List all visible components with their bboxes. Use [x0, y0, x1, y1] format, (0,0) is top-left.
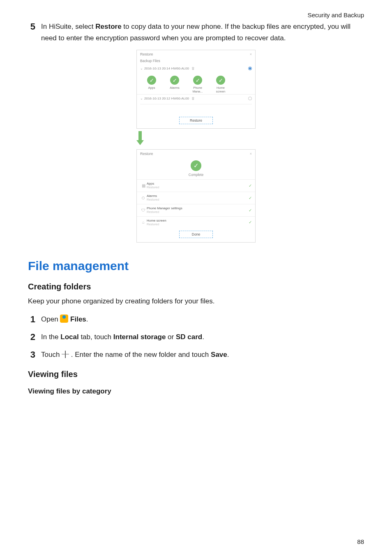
dialog2-close-icon[interactable]: × — [250, 152, 252, 156]
item-home-screen[interactable]: ✓ Home screen — [212, 76, 230, 93]
check-icon: ✓ — [249, 208, 252, 213]
result-alarms: ⏲ Alarms Restored ✓ — [137, 192, 255, 204]
trash-icon[interactable]: 🗑 — [191, 97, 195, 100]
plus-icon — [62, 351, 69, 358]
item-phone-manager[interactable]: ✓ Phone Mana... — [189, 76, 207, 93]
step1-prefix: Open — [41, 315, 60, 323]
result-phone-manager: 🛡 Phone Manager settings Restored ✓ — [137, 204, 255, 216]
backup2-radio[interactable] — [248, 97, 252, 100]
check-icon: ✓ — [249, 220, 252, 224]
creating-folders-intro: Keep your phone organized by creating fo… — [28, 296, 364, 307]
trash-icon[interactable]: 🗑 — [191, 67, 195, 70]
check-icon: ✓ — [170, 76, 179, 85]
restore-complete-dialog: Restore × ✓ Complete ▦ Apps Restored ✓ ⏲… — [136, 149, 256, 243]
complete-label: Complete — [137, 173, 255, 177]
backup1-radio[interactable] — [248, 67, 252, 70]
restore-select-dialog: Restore × Backup Files ⌄ 2016-10-13 20:1… — [136, 50, 256, 129]
dialog1-close-icon[interactable]: × — [250, 52, 252, 56]
step-number: 3 — [28, 349, 35, 361]
backup2-label: 2016-10-13 20:12 HW60-AL00 — [144, 97, 189, 100]
chevron-down-icon: ⌄ — [140, 67, 144, 70]
files-app-icon — [60, 314, 68, 323]
check-icon: ✓ — [193, 76, 202, 85]
backup-row-1[interactable]: ⌄ 2016-10-13 20:14 HW60-AL00 🗑 — [137, 65, 255, 72]
step-number: 1 — [28, 314, 35, 326]
step-5: 5 In HiSuite, select Restore to copy dat… — [28, 21, 364, 44]
step3-save: Save — [211, 351, 227, 358]
result-home-screen: ⌂ Home screen Restored ✓ — [137, 216, 255, 229]
restore-button[interactable]: Restore — [179, 117, 213, 124]
complete-check-icon: ✓ — [191, 160, 201, 171]
check-icon: ✓ — [216, 76, 225, 85]
dialog2-title: Restore — [140, 152, 153, 156]
dialog1-title: Restore — [140, 52, 153, 56]
step3-suffix: . — [227, 351, 229, 358]
arrow-down-icon — [136, 131, 144, 145]
creating-step-1: 1 Open Files. — [28, 314, 364, 326]
step-5-text: In HiSuite, select Restore to copy data … — [41, 21, 364, 44]
check-icon: ✓ — [147, 76, 156, 85]
chevron-right-icon: ⌄ — [140, 97, 144, 100]
step1-suffix: . — [86, 315, 88, 323]
restore-screenshot-group: Restore × Backup Files ⌄ 2016-10-13 20:1… — [136, 50, 256, 243]
dialog1-subhead: Backup Files — [137, 58, 255, 65]
result-apps: ▦ Apps Restored ✓ — [137, 179, 255, 192]
check-icon: ✓ — [249, 196, 252, 200]
shield-icon: 🛡 — [140, 208, 147, 213]
step1-app-name: Files — [70, 315, 86, 323]
item-apps[interactable]: ✓ Apps — [143, 76, 161, 93]
step3-prefix: Touch — [41, 351, 62, 358]
step3-mid: . Enter the name of the new folder and t… — [71, 351, 211, 358]
backup1-label: 2016-10-13 20:14 HW60-AL00 — [144, 67, 189, 70]
step-5-number: 5 — [28, 21, 35, 33]
home-icon: ⌂ — [140, 220, 147, 224]
backup-row-2[interactable]: ⌄ 2016-10-13 20:12 HW60-AL00 🗑 — [137, 94, 255, 102]
item-alarms[interactable]: ✓ Alarms — [166, 76, 184, 93]
page-number: 88 — [357, 538, 364, 545]
done-button[interactable]: Done — [179, 231, 213, 238]
running-header: Security and Backup — [28, 12, 364, 18]
clock-icon: ⏲ — [140, 196, 147, 200]
subhead-viewing-files: Viewing files — [28, 370, 364, 379]
check-icon: ✓ — [249, 183, 252, 188]
subsubhead-viewing-by-category: Viewing files by category — [28, 387, 364, 395]
section-heading-file-management: File management — [28, 259, 364, 273]
subhead-creating-folders: Creating folders — [28, 282, 364, 291]
creating-step-3: 3 Touch . Enter the name of the new fold… — [28, 349, 364, 361]
step2-text: In the Local tab, touch Internal storage… — [41, 331, 204, 343]
step-number: 2 — [28, 331, 35, 343]
backup-items-row: ✓ Apps ✓ Alarms ✓ Phone Mana... ✓ Home s… — [137, 72, 255, 94]
apps-grid-icon: ▦ — [140, 183, 147, 188]
creating-step-2: 2 In the Local tab, touch Internal stora… — [28, 331, 364, 343]
